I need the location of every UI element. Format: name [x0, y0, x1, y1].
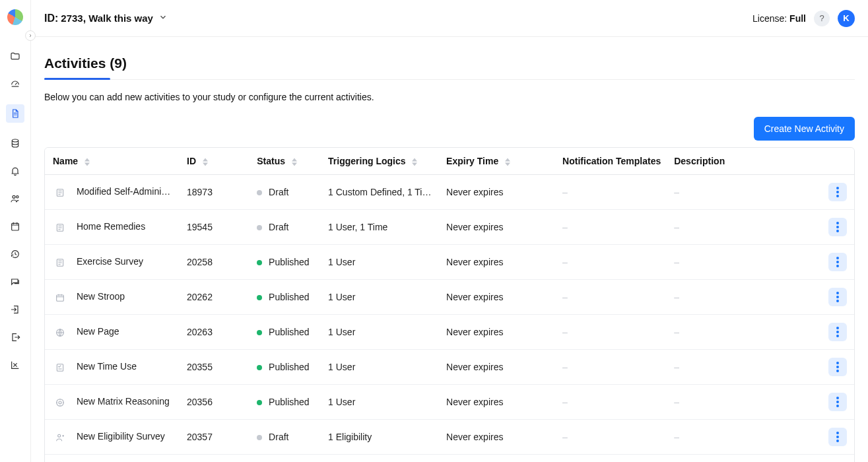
row-actions-button[interactable]	[828, 253, 847, 271]
history-icon	[10, 249, 20, 259]
row-actions-button[interactable]	[828, 183, 847, 201]
row-actions-button[interactable]	[828, 358, 847, 376]
table-row[interactable]: Home Remedies 19545 Draft 1 User, 1 Time…	[45, 210, 854, 245]
study-switcher[interactable]	[158, 13, 168, 24]
activity-description: –	[667, 210, 822, 245]
content: Activities (9) Below you can add new act…	[31, 37, 868, 462]
nav-consent[interactable]	[8, 302, 22, 317]
activity-notification: –	[556, 245, 667, 280]
sidebar-expand-button[interactable]	[25, 30, 36, 41]
license-value: Full	[789, 13, 806, 24]
activity-expiry: Never expires	[440, 455, 556, 463]
activity-notification: –	[556, 210, 667, 245]
avatar[interactable]: K	[838, 10, 855, 27]
users-icon	[10, 193, 20, 204]
activity-name: New Matrix Reasoning	[77, 396, 170, 407]
row-actions-button[interactable]	[828, 218, 847, 236]
chevron-down-icon	[158, 13, 168, 22]
kebab-icon	[836, 327, 839, 337]
nav-export[interactable]	[8, 330, 22, 345]
kebab-icon	[836, 397, 839, 407]
sort-icon	[203, 158, 208, 166]
table-row[interactable]: New Time Use 20355 Published 1 User Neve…	[45, 350, 854, 385]
activity-id: 20356	[180, 385, 250, 420]
table-row[interactable]: New Stroop 20262 Published 1 User Never …	[45, 280, 854, 315]
activity-expiry: Never expires	[440, 350, 556, 385]
activity-type-icon	[53, 327, 67, 338]
table-row[interactable]: New Dropout Survey 20358 Draft 1 Dropout…	[45, 455, 854, 463]
column-header-description[interactable]: Description	[667, 148, 822, 175]
kebab-icon	[836, 362, 839, 372]
column-header-expiry[interactable]: Expiry Time	[440, 148, 556, 175]
activity-notification: –	[556, 315, 667, 350]
topbar: ID: 2733, Walk this way License: Full ? …	[31, 0, 868, 37]
nav-participants[interactable]	[8, 191, 22, 206]
activity-status: Draft	[269, 222, 288, 232]
nav-activities[interactable]	[6, 104, 24, 123]
activity-trigger: 1 Eligibility	[321, 420, 440, 455]
activity-id: 20258	[180, 245, 250, 280]
active-tab-indicator	[44, 78, 110, 80]
activity-status: Published	[269, 362, 310, 372]
column-header-triggering[interactable]: Triggering Logics	[321, 148, 440, 175]
row-actions-button[interactable]	[828, 393, 847, 411]
row-actions-button[interactable]	[828, 288, 847, 306]
kebab-icon	[836, 187, 839, 197]
table-row[interactable]: New Matrix Reasoning 20356 Published 1 U…	[45, 385, 854, 420]
sort-icon	[412, 158, 417, 166]
activity-status: Draft	[269, 187, 288, 197]
table-header-row: Name ID	[45, 148, 854, 175]
activity-id: 19545	[180, 210, 250, 245]
sidebar	[0, 0, 31, 462]
page-description: Below you can add new activities to your…	[44, 92, 855, 102]
activity-notification: –	[556, 280, 667, 315]
table-row[interactable]: New Page 20263 Published 1 User Never ex…	[45, 315, 854, 350]
row-actions-button[interactable]	[828, 428, 847, 446]
create-activity-button[interactable]: Create New Activity	[754, 117, 855, 141]
chat-icon	[10, 277, 20, 287]
status-dot-icon	[257, 330, 262, 335]
activity-type-icon	[53, 257, 67, 268]
activity-expiry: Never expires	[440, 210, 556, 245]
activity-name: New Time Use	[77, 361, 137, 372]
activity-description: –	[667, 280, 822, 315]
row-actions-button[interactable]	[828, 323, 847, 341]
table-row[interactable]: New Eligibility Survey 20357 Draft 1 Eli…	[45, 420, 854, 455]
activity-type-icon	[53, 292, 67, 303]
nav-history[interactable]	[8, 247, 22, 261]
column-header-name[interactable]: Name	[45, 148, 180, 175]
license-info: License: Full	[752, 13, 806, 24]
variable-icon	[10, 360, 20, 370]
toolbar: Create New Activity	[44, 117, 855, 141]
kebab-icon	[836, 432, 839, 442]
help-button[interactable]: ?	[814, 11, 830, 26]
activity-name: Modified Self-Administe...	[77, 186, 180, 197]
table-row[interactable]: Modified Self-Administe... 18973 Draft 1…	[45, 175, 854, 210]
column-header-id[interactable]: ID	[180, 148, 250, 175]
activity-name: New Stroop	[77, 291, 125, 302]
activity-description: –	[667, 315, 822, 350]
column-header-notification[interactable]: Notification Templates	[556, 148, 667, 175]
database-icon	[10, 138, 20, 148]
chevron-right-icon	[28, 33, 33, 38]
main: ID: 2733, Walk this way License: Full ? …	[31, 0, 868, 462]
nav-schedule[interactable]	[8, 219, 22, 234]
brand-logo[interactable]	[7, 9, 23, 25]
table-row[interactable]: Exercise Survey 20258 Published 1 User N…	[45, 245, 854, 280]
nav-messages[interactable]	[8, 275, 22, 289]
status-dot-icon	[257, 190, 262, 195]
nav-dashboard[interactable]	[8, 77, 22, 91]
column-header-status[interactable]: Status	[250, 148, 321, 175]
document-icon	[10, 108, 20, 119]
status-dot-icon	[257, 435, 262, 440]
nav-data[interactable]	[8, 136, 22, 150]
nav-studies[interactable]	[8, 49, 22, 63]
gauge-icon	[10, 79, 20, 89]
nav-notifications[interactable]	[8, 164, 22, 178]
sort-icon	[292, 158, 297, 166]
nav-analytics[interactable]	[8, 358, 22, 372]
column-header-actions	[822, 148, 854, 175]
activity-status: Published	[269, 327, 310, 337]
activity-type-icon	[53, 397, 67, 408]
activity-notification: –	[556, 455, 667, 463]
